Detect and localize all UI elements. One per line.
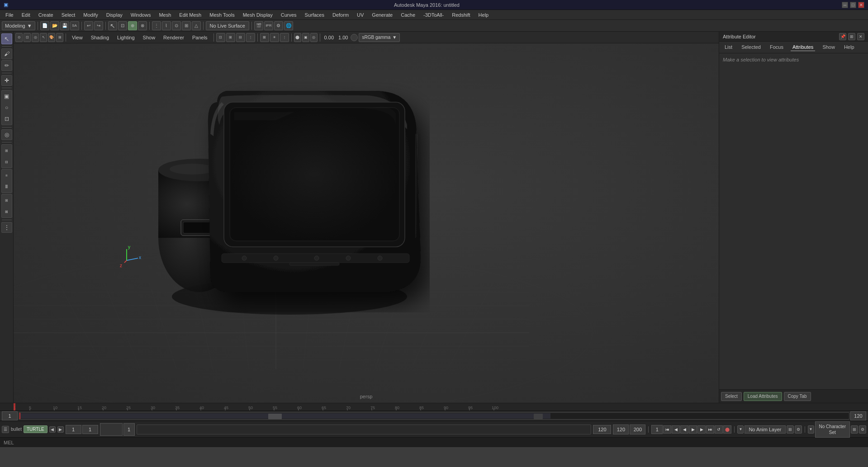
edit-tool-1[interactable]: ⊞ <box>1 195 12 206</box>
close-button[interactable]: ✕ <box>858 2 864 8</box>
ipr-render-button[interactable]: IPR <box>264 21 273 30</box>
playback-200-input[interactable]: 200 <box>630 425 645 434</box>
sculpt-tool-button[interactable]: ✏ <box>1 60 12 71</box>
load-attributes-button[interactable]: Load Attributes <box>744 392 782 401</box>
menu-mesh-tools[interactable]: Mesh Tools <box>206 11 238 19</box>
viewport[interactable]: ⊙ ⊡ ◎ ↖ 🎨 ⊞ View Shading Lighting Show R… <box>14 32 719 403</box>
vp-layout-4[interactable]: ⋮ <box>246 33 255 42</box>
attr-tab-help[interactable]: Help <box>842 43 856 51</box>
maximize-button[interactable]: □ <box>850 2 856 8</box>
playback-end-input[interactable]: 120 <box>613 425 629 434</box>
char-set-options[interactable]: ⊞ <box>851 425 858 434</box>
layer-tool-1[interactable]: ≡ <box>1 170 12 181</box>
menu-select[interactable]: Select <box>58 11 79 19</box>
menu-display[interactable]: Display <box>103 11 126 19</box>
save-scene-button[interactable]: 💾 <box>60 21 69 30</box>
cylinder-tool[interactable]: ⊡ <box>1 113 12 124</box>
menu-file[interactable]: File <box>2 11 17 19</box>
end-frame-input[interactable]: 120 <box>850 411 866 420</box>
edit-tool-2[interactable]: ⊠ <box>1 206 12 217</box>
menu-generate[interactable]: Generate <box>368 11 396 19</box>
menu-windows[interactable]: Windows <box>127 11 155 19</box>
layer-toggle[interactable]: ☰ <box>2 426 9 433</box>
menu-create[interactable]: Create <box>35 11 57 19</box>
vp-tb-6[interactable]: ⊞ <box>56 33 63 42</box>
menu-mesh-display[interactable]: Mesh Display <box>239 11 276 19</box>
loop-button[interactable]: ↺ <box>715 425 723 434</box>
start-frame-display[interactable]: 1 <box>82 425 98 434</box>
render-button[interactable]: 🎬 <box>254 21 263 30</box>
sphere-tool[interactable]: ○ <box>1 102 12 113</box>
vp-cam-2[interactable]: ▣ <box>302 33 309 42</box>
anim-layer-settings[interactable]: ⚙ <box>795 425 802 434</box>
viewport-canvas[interactable]: x y z persp <box>14 43 719 403</box>
vp-menu-lighting[interactable]: Lighting <box>114 34 138 41</box>
turtle-button[interactable]: TURTLE <box>24 425 47 433</box>
undo-button[interactable]: ↩ <box>84 21 93 30</box>
menu-redshift[interactable]: Redshift <box>448 11 474 19</box>
grid-tool-1[interactable]: ⊞ <box>1 145 12 156</box>
menu-modify[interactable]: Modify <box>80 11 101 19</box>
menu-3dtoall[interactable]: -3DToAll- <box>420 11 447 19</box>
snap-curve-button[interactable]: ⌇ <box>162 21 171 30</box>
vp-tb-1[interactable]: ⊙ <box>15 33 23 42</box>
anim-layer-dropdown[interactable]: ▼ <box>737 425 744 434</box>
vp-layout-1[interactable]: ⊡ <box>216 33 225 42</box>
play-back-button[interactable]: ◀ <box>680 425 688 434</box>
vp-menu-shading[interactable]: Shading <box>87 34 113 41</box>
render-settings-button[interactable]: ⚙ <box>274 21 283 30</box>
menu-edit[interactable]: Edit <box>18 11 34 19</box>
vp-layout-3[interactable]: ⊟ <box>236 33 245 42</box>
vp-color-mode[interactable] <box>351 34 358 41</box>
timeline-bar[interactable] <box>19 412 849 420</box>
attr-select-button[interactable]: Select <box>721 392 742 401</box>
menu-cache[interactable]: Cache <box>397 11 419 19</box>
attr-tab-selected[interactable]: Selected <box>740 43 763 51</box>
attr-editor-expand-button[interactable]: ⊞ <box>848 33 855 40</box>
transform-button[interactable]: ⊕ <box>128 21 137 30</box>
select-tool-button[interactable]: ↖ <box>108 21 117 30</box>
vp-menu-panels[interactable]: Panels <box>189 34 211 41</box>
char-set-settings[interactable]: ⚙ <box>859 425 866 434</box>
menu-surfaces[interactable]: Surfaces <box>301 11 328 19</box>
layer-tool-2[interactable]: ≣ <box>1 181 12 192</box>
menu-curves[interactable]: Curves <box>277 11 300 19</box>
menu-help[interactable]: Help <box>475 11 493 19</box>
timeline-playhead[interactable] <box>19 413 20 419</box>
thumbnail-1[interactable] <box>100 423 123 436</box>
select-tool-left[interactable]: ↖ <box>1 33 12 44</box>
range-start-input[interactable]: 1 <box>66 425 81 434</box>
new-scene-button[interactable]: 📄 <box>40 21 49 30</box>
vp-isolate[interactable]: ⊠ <box>260 33 269 42</box>
prev-frame-button[interactable]: ◀ <box>672 425 680 434</box>
range-end-value[interactable]: 120 <box>593 425 611 434</box>
move-tool-left[interactable]: ✛ <box>1 75 12 86</box>
copy-tab-button[interactable]: Copy Tab <box>784 392 811 401</box>
play-forward-button[interactable]: ▶ <box>689 425 697 434</box>
thumb-next[interactable]: ▶ <box>57 426 64 433</box>
render-globals-button[interactable]: 🌐 <box>284 21 293 30</box>
timeline-track[interactable]: 1 120 <box>0 411 868 421</box>
vp-wireframe[interactable]: ⋮ <box>280 33 289 42</box>
go-start-button[interactable]: ⏮ <box>663 425 671 434</box>
char-set-dropdown[interactable]: ▼ <box>808 425 814 434</box>
attr-tab-show[interactable]: Show <box>821 43 837 51</box>
soft-select-button[interactable]: ⊗ <box>138 21 147 30</box>
go-end-button[interactable]: ⏭ <box>706 425 714 434</box>
grid-tool-2[interactable]: ⊟ <box>1 156 12 167</box>
save-as-button[interactable]: SA <box>70 21 79 30</box>
thumb-prev[interactable]: ◀ <box>49 426 56 433</box>
mode-selector[interactable]: Modeling ▼ <box>2 21 35 30</box>
vp-cam-3[interactable]: ◎ <box>310 33 318 42</box>
vp-xray[interactable]: ☀ <box>270 33 279 42</box>
vp-menu-show[interactable]: Show <box>139 34 159 41</box>
attr-editor-pin-button[interactable]: 📌 <box>839 33 846 40</box>
minimize-button[interactable]: ─ <box>842 2 848 8</box>
vp-tb-3[interactable]: ◎ <box>32 33 39 42</box>
paint-tool-button[interactable]: 🖌 <box>1 48 12 59</box>
menu-uv[interactable]: UV <box>353 11 367 19</box>
circle-select[interactable]: ◎ <box>1 129 12 140</box>
vp-tb-4[interactable]: ↖ <box>40 33 47 42</box>
menu-edit-mesh[interactable]: Edit Mesh <box>175 11 205 19</box>
attr-editor-close-button[interactable]: ✕ <box>857 33 864 40</box>
